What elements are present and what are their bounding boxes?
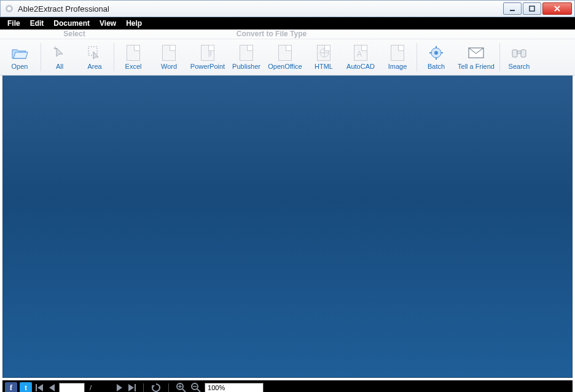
convert-publisher-label: Publisher — [232, 63, 260, 70]
cursor-area-icon — [86, 44, 103, 61]
maximize-icon — [529, 6, 535, 12]
tell-a-friend-label: Tell a Friend — [458, 63, 495, 70]
excel-icon — [125, 44, 142, 61]
svg-line-30 — [197, 389, 200, 392]
convert-word-button[interactable]: Word — [151, 39, 187, 75]
search-button[interactable]: Search — [501, 39, 537, 75]
menu-file[interactable]: File — [2, 19, 25, 28]
select-area-button[interactable]: Area — [77, 39, 112, 75]
zoom-out-button[interactable] — [190, 383, 202, 392]
close-button[interactable] — [542, 2, 572, 15]
select-area-label: Area — [87, 63, 101, 70]
first-page-button[interactable] — [34, 384, 45, 391]
first-page-icon — [36, 384, 44, 391]
convert-excel-label: Excel — [125, 63, 142, 70]
app-icon — [4, 4, 14, 14]
minimize-button[interactable] — [503, 2, 522, 15]
menu-bar: File Edit Document View Help — [0, 17, 575, 29]
select-all-button[interactable]: + All — [42, 39, 77, 75]
convert-html-button[interactable]: HTML — [306, 39, 342, 75]
zoom-in-icon — [176, 383, 186, 392]
powerpoint-icon — [199, 44, 216, 61]
word-icon — [160, 44, 178, 61]
page-number-input[interactable] — [59, 383, 85, 392]
openoffice-icon — [276, 44, 294, 61]
convert-autocad-label: AutoCAD — [346, 63, 375, 70]
toolbar-section-convert-header: Convert to File Type — [109, 29, 434, 39]
publisher-icon — [238, 44, 255, 61]
svg-rect-2 — [510, 10, 515, 11]
svg-rect-17 — [517, 51, 521, 53]
maximize-button[interactable] — [523, 2, 541, 15]
last-page-button[interactable] — [126, 384, 137, 391]
close-icon — [553, 6, 561, 12]
svg-text:A: A — [357, 50, 362, 58]
svg-point-9 — [434, 51, 438, 55]
zoom-level-input[interactable]: 100% — [205, 383, 264, 392]
toolbar-section-select-header: Select — [39, 29, 109, 39]
zoom-out-icon — [191, 383, 201, 392]
toolbar-section-headers: Select Convert to File Type — [0, 29, 575, 39]
gear-icon — [428, 44, 445, 61]
image-icon — [389, 44, 406, 61]
zoom-in-button[interactable] — [175, 383, 187, 392]
svg-marker-20 — [49, 384, 55, 391]
convert-openoffice-label: OpenOffice — [268, 63, 302, 70]
convert-word-label: Word — [161, 63, 177, 70]
svg-rect-3 — [530, 6, 534, 11]
rotate-icon — [151, 383, 161, 392]
title-bar: Able2Extract Professional — [0, 0, 575, 17]
svg-point-1 — [7, 7, 11, 10]
select-all-label: All — [56, 63, 63, 70]
html-icon — [315, 44, 332, 61]
svg-marker-22 — [128, 384, 134, 391]
page-separator: / — [87, 384, 94, 391]
next-page-icon — [116, 384, 122, 391]
convert-image-button[interactable]: Image — [380, 39, 415, 75]
toolbar: Select Convert to File Type Open + All A… — [0, 29, 575, 76]
prev-page-button[interactable] — [48, 384, 57, 391]
prev-page-icon — [49, 384, 55, 391]
rotate-button[interactable] — [150, 383, 162, 392]
envelope-icon — [467, 44, 485, 61]
open-label: Open — [12, 63, 28, 70]
svg-rect-16 — [521, 50, 526, 57]
menu-document[interactable]: Document — [49, 19, 95, 28]
binoculars-icon — [510, 44, 528, 61]
convert-html-label: HTML — [315, 63, 333, 70]
batch-label: Batch — [428, 63, 445, 70]
svg-marker-19 — [37, 384, 43, 391]
twitter-button[interactable]: t — [20, 382, 32, 392]
document-workspace — [2, 76, 573, 378]
search-label: Search — [509, 63, 530, 70]
folder-open-icon — [11, 44, 28, 61]
menu-help[interactable]: Help — [121, 19, 147, 28]
last-page-icon — [127, 384, 136, 391]
convert-publisher-button[interactable]: Publisher — [229, 39, 264, 75]
status-bar: f t / 100% — [2, 380, 573, 392]
facebook-button[interactable]: f — [5, 382, 17, 392]
window-title: Able2Extract Professional — [18, 4, 502, 14]
svg-rect-23 — [135, 384, 136, 391]
convert-openoffice-button[interactable]: OpenOffice — [264, 39, 306, 75]
open-button[interactable]: Open — [0, 39, 39, 75]
next-page-button[interactable] — [115, 384, 123, 391]
menu-view[interactable]: View — [95, 19, 121, 28]
menu-edit[interactable]: Edit — [25, 19, 49, 28]
svg-rect-15 — [512, 50, 517, 57]
convert-image-label: Image — [388, 63, 407, 70]
cursor-plus-icon: + — [51, 44, 68, 61]
svg-rect-18 — [36, 384, 37, 391]
convert-powerpoint-label: PowerPoint — [190, 63, 225, 70]
svg-text:+: + — [53, 45, 57, 52]
svg-marker-21 — [117, 384, 122, 391]
svg-line-26 — [182, 389, 186, 392]
convert-excel-button[interactable]: Excel — [115, 39, 151, 75]
minimize-icon — [509, 6, 515, 12]
convert-powerpoint-button[interactable]: PowerPoint — [187, 39, 229, 75]
convert-autocad-button[interactable]: A AutoCAD — [342, 39, 380, 75]
tell-a-friend-button[interactable]: Tell a Friend — [454, 39, 498, 75]
batch-button[interactable]: Batch — [418, 39, 454, 75]
autocad-icon: A — [352, 44, 369, 61]
window-controls — [502, 2, 572, 15]
